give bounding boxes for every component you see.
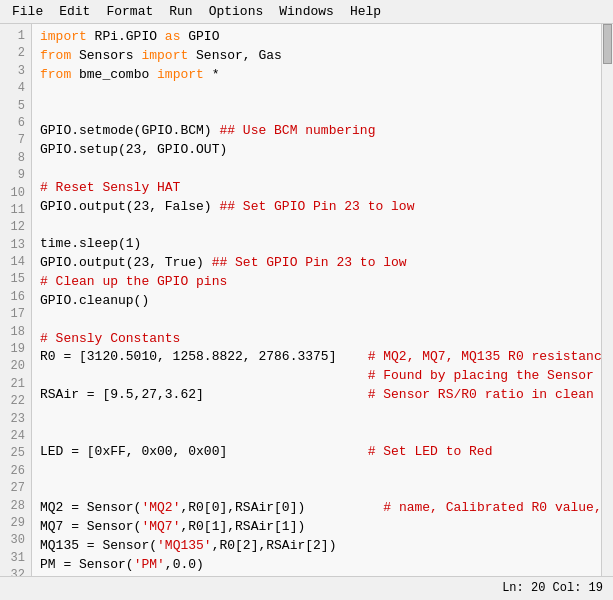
code-line: from bme_combo import * bbox=[40, 66, 593, 85]
code-editor[interactable]: import RPi.GPIO as GPIOfrom Sensors impo… bbox=[32, 24, 601, 576]
line-number: 14 bbox=[4, 254, 25, 271]
line-number: 18 bbox=[4, 324, 25, 341]
line-number: 19 bbox=[4, 341, 25, 358]
code-line: GPIO.cleanup() bbox=[40, 292, 593, 311]
code-line bbox=[40, 574, 593, 576]
line-number: 29 bbox=[4, 515, 25, 532]
code-line: GPIO.setup(23, GPIO.OUT) bbox=[40, 141, 593, 160]
line-number: 11 bbox=[4, 202, 25, 219]
code-line: # Sensly Constants bbox=[40, 330, 593, 349]
code-line bbox=[40, 405, 593, 424]
line-number: 26 bbox=[4, 463, 25, 480]
line-number: 31 bbox=[4, 550, 25, 567]
code-line bbox=[40, 461, 593, 480]
code-line: MQ135 = Sensor('MQ135',R0[2],RSAir[2]) bbox=[40, 537, 593, 556]
code-line: # Found by placing the Sensor in a c bbox=[40, 367, 593, 386]
code-line: LED = [0xFF, 0x00, 0x00] # Set LED to Re… bbox=[40, 443, 593, 462]
line-number: 20 bbox=[4, 358, 25, 375]
line-number: 12 bbox=[4, 219, 25, 236]
menubar: File Edit Format Run Options Windows Hel… bbox=[0, 0, 613, 24]
code-line: time.sleep(1) bbox=[40, 235, 593, 254]
menu-file[interactable]: File bbox=[4, 2, 51, 21]
line-numbers: 1234567891011121314151617181920212223242… bbox=[0, 24, 32, 576]
code-line bbox=[40, 216, 593, 235]
line-number: 9 bbox=[4, 167, 25, 184]
line-number: 2 bbox=[4, 45, 25, 62]
line-number: 7 bbox=[4, 132, 25, 149]
line-number: 6 bbox=[4, 115, 25, 132]
line-number: 16 bbox=[4, 289, 25, 306]
code-line: RSAir = [9.5,27,3.62] # Sensor RS/R0 rat… bbox=[40, 386, 593, 405]
code-line bbox=[40, 85, 593, 104]
code-line: R0 = [3120.5010, 1258.8822, 2786.3375] #… bbox=[40, 348, 593, 367]
code-line: MQ7 = Sensor('MQ7',R0[1],RSAir[1]) bbox=[40, 518, 593, 537]
code-line bbox=[40, 424, 593, 443]
line-number: 13 bbox=[4, 237, 25, 254]
line-number: 21 bbox=[4, 376, 25, 393]
line-number: 30 bbox=[4, 532, 25, 549]
line-number: 5 bbox=[4, 98, 25, 115]
code-line bbox=[40, 103, 593, 122]
line-number: 25 bbox=[4, 445, 25, 462]
line-number: 15 bbox=[4, 271, 25, 288]
line-number: 27 bbox=[4, 480, 25, 497]
line-number: 23 bbox=[4, 411, 25, 428]
line-number: 10 bbox=[4, 185, 25, 202]
menu-format[interactable]: Format bbox=[98, 2, 161, 21]
code-line bbox=[40, 160, 593, 179]
menu-run[interactable]: Run bbox=[161, 2, 200, 21]
code-line bbox=[40, 480, 593, 499]
vertical-scrollbar[interactable] bbox=[601, 24, 613, 576]
code-line: GPIO.output(23, True) ## Set GPIO Pin 23… bbox=[40, 254, 593, 273]
statusbar: Ln: 20 Col: 19 bbox=[0, 576, 613, 598]
line-number: 4 bbox=[4, 80, 25, 97]
cursor-position: Ln: 20 Col: 19 bbox=[502, 581, 603, 595]
line-number: 1 bbox=[4, 28, 25, 45]
code-line: PM = Sensor('PM',0.0) bbox=[40, 556, 593, 575]
menu-help[interactable]: Help bbox=[342, 2, 389, 21]
menu-windows[interactable]: Windows bbox=[271, 2, 342, 21]
line-number: 32 bbox=[4, 567, 25, 576]
code-line bbox=[40, 311, 593, 330]
scrollbar-thumb[interactable] bbox=[603, 24, 612, 64]
code-line: from Sensors import Sensor, Gas bbox=[40, 47, 593, 66]
menu-edit[interactable]: Edit bbox=[51, 2, 98, 21]
code-line: GPIO.setmode(GPIO.BCM) ## Use BCM number… bbox=[40, 122, 593, 141]
code-line: GPIO.output(23, False) ## Set GPIO Pin 2… bbox=[40, 198, 593, 217]
code-line: # Reset Sensly HAT bbox=[40, 179, 593, 198]
line-number: 17 bbox=[4, 306, 25, 323]
line-number: 3 bbox=[4, 63, 25, 80]
line-number: 28 bbox=[4, 498, 25, 515]
line-number: 22 bbox=[4, 393, 25, 410]
code-line: MQ2 = Sensor('MQ2',R0[0],RSAir[0]) # nam… bbox=[40, 499, 593, 518]
line-number: 8 bbox=[4, 150, 25, 167]
menu-options[interactable]: Options bbox=[201, 2, 272, 21]
editor-area: 1234567891011121314151617181920212223242… bbox=[0, 24, 613, 576]
code-line: # Clean up the GPIO pins bbox=[40, 273, 593, 292]
code-line: import RPi.GPIO as GPIO bbox=[40, 28, 593, 47]
line-number: 24 bbox=[4, 428, 25, 445]
